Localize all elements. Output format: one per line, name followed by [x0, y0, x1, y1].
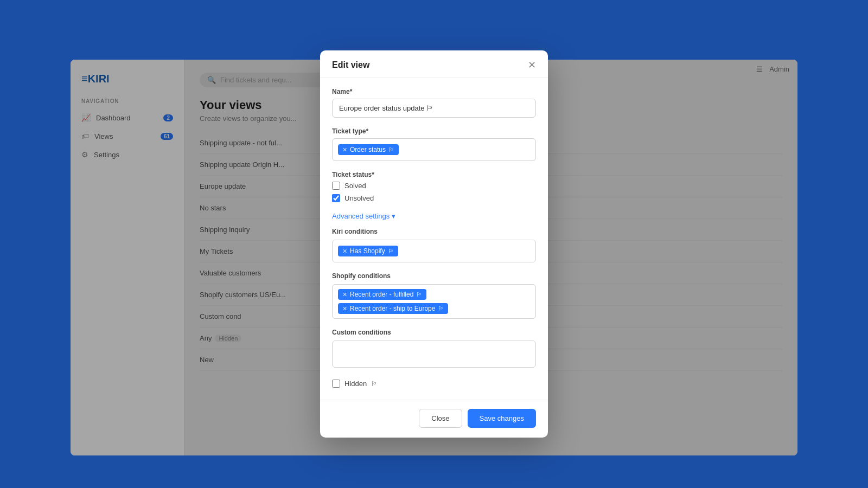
modal-footer: Close Save changes	[320, 400, 548, 438]
close-button[interactable]: Close	[419, 409, 462, 428]
advanced-settings-link[interactable]: Advanced settings ▾	[332, 212, 536, 220]
modal-body: Name* Ticket type* ✕ Order status 🏳 Tick…	[320, 78, 548, 400]
kiri-conditions-label: Kiri conditions	[332, 228, 536, 235]
shopify-tag-remove-2[interactable]: ✕	[342, 305, 347, 312]
shopify-tag-icon-1: 🏳	[416, 291, 422, 298]
shopify-tag-ship-europe: ✕ Recent order - ship to Europe 🏳	[338, 303, 448, 314]
solved-checkbox-item[interactable]: Solved	[332, 182, 536, 190]
tag-remove-icon[interactable]: ✕	[342, 146, 347, 153]
ticket-type-tag-input[interactable]: ✕ Order status 🏳	[332, 138, 536, 161]
custom-conditions-input[interactable]	[332, 341, 536, 368]
shopify-tag-label-2: Recent order - ship to Europe	[350, 305, 435, 312]
modal-title: Edit view	[332, 60, 369, 70]
kiri-tag-label: Has Shopify	[350, 247, 385, 255]
ticket-status-label: Ticket status*	[332, 171, 536, 178]
ticket-type-form-group: Ticket type* ✕ Order status 🏳	[332, 127, 536, 161]
shopify-conditions-tag-input[interactable]: ✕ Recent order - fulfilled 🏳 ✕ Recent or…	[332, 284, 536, 319]
shopify-conditions-label: Shopify conditions	[332, 272, 536, 280]
name-label: Name*	[332, 88, 536, 95]
hidden-checkbox[interactable]	[332, 380, 340, 388]
edit-view-modal: Edit view ✕ Name* Ticket type* ✕ Order s…	[320, 50, 548, 438]
shopify-tag-remove-1[interactable]: ✕	[342, 291, 347, 298]
hidden-row: Hidden 🏳	[332, 380, 536, 388]
tag-label: Order status	[350, 146, 386, 153]
modal-close-button[interactable]: ✕	[528, 60, 536, 70]
kiri-conditions-tag-input[interactable]: ✕ Has Shopify 🏳	[332, 240, 536, 262]
name-form-group: Name*	[332, 88, 536, 118]
shopify-conditions-group: Shopify conditions ✕ Recent order - fulf…	[332, 272, 536, 319]
unsolved-checkbox[interactable]	[332, 194, 340, 202]
unsolved-label: Unsolved	[344, 194, 374, 202]
custom-conditions-group: Custom conditions	[332, 329, 536, 370]
kiri-tag-has-shopify: ✕ Has Shopify 🏳	[338, 246, 398, 256]
custom-conditions-label: Custom conditions	[332, 329, 536, 336]
solved-checkbox[interactable]	[332, 182, 340, 190]
save-changes-button[interactable]: Save changes	[468, 409, 536, 428]
shopify-tag-icon-2: 🏳	[438, 305, 444, 312]
chevron-down-icon: ▾	[392, 212, 395, 220]
advanced-settings-label: Advanced settings	[332, 212, 390, 220]
ticket-type-label: Ticket type*	[332, 127, 536, 135]
modal-overlay: Edit view ✕ Name* Ticket type* ✕ Order s…	[0, 0, 868, 488]
ticket-type-tag-order-status: ✕ Order status 🏳	[338, 144, 399, 155]
kiri-conditions-group: Kiri conditions ✕ Has Shopify 🏳	[332, 228, 536, 262]
shopify-tag-recent-fulfilled: ✕ Recent order - fulfilled 🏳	[338, 289, 426, 300]
unsolved-checkbox-item[interactable]: Unsolved	[332, 194, 536, 202]
solved-label: Solved	[344, 182, 366, 190]
kiri-tag-icon: 🏳	[388, 248, 394, 254]
ticket-status-checkboxes: Solved Unsolved	[332, 182, 536, 202]
tag-info-icon: 🏳	[388, 146, 394, 153]
hidden-label: Hidden	[344, 380, 367, 388]
hidden-info-icon: 🏳	[371, 380, 378, 388]
kiri-tag-remove[interactable]: ✕	[342, 248, 347, 255]
ticket-status-form-group: Ticket status* Solved Unsolved	[332, 171, 536, 202]
shopify-tag-label-1: Recent order - fulfilled	[350, 291, 413, 298]
name-input[interactable]	[332, 99, 536, 118]
modal-header: Edit view ✕	[320, 50, 548, 78]
